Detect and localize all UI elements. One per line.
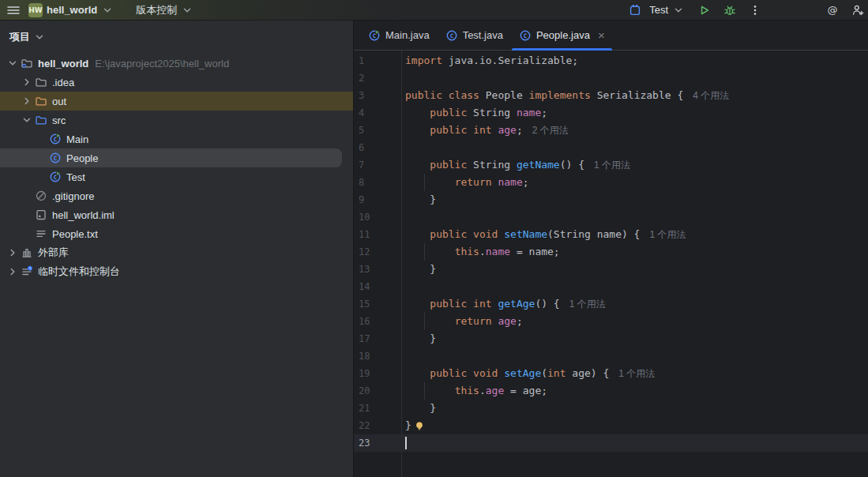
- tab-test-java[interactable]: CTest.java: [438, 21, 511, 50]
- usages-inlay-hint[interactable]: 4 个用法: [693, 87, 729, 104]
- code-line-2[interactable]: 2: [354, 69, 868, 87]
- code-text[interactable]: }: [401, 330, 436, 347]
- tree-item-project-root[interactable]: hell_worldE:\javaproject2025\hell_world: [0, 54, 353, 73]
- line-number[interactable]: 18: [354, 347, 401, 365]
- code-text[interactable]: this.age = age;: [401, 382, 547, 400]
- line-number[interactable]: 11: [354, 226, 401, 243]
- tree-item-iml-file[interactable]: hell_world.iml: [0, 205, 353, 224]
- line-number[interactable]: 19: [354, 365, 401, 382]
- code-text[interactable]: return name;: [401, 174, 529, 191]
- intention-lightbulb-icon[interactable]: [414, 420, 425, 432]
- code-text[interactable]: public class People implements Serializa…: [401, 87, 729, 104]
- code-line-4[interactable]: 4 public String name;: [354, 104, 868, 122]
- line-number[interactable]: 16: [354, 313, 401, 330]
- code-line-21[interactable]: 21 }: [354, 400, 868, 417]
- code-text[interactable]: }: [401, 417, 425, 434]
- line-number[interactable]: 14: [354, 278, 401, 295]
- debug-button[interactable]: [720, 2, 740, 19]
- code-line-5[interactable]: 5 public int age;2 个用法: [354, 122, 868, 139]
- usages-inlay-hint[interactable]: 1 个用法: [569, 295, 606, 313]
- tree-item-out-folder[interactable]: out: [0, 92, 353, 111]
- line-number[interactable]: 3: [354, 87, 401, 104]
- line-number[interactable]: 8: [354, 174, 401, 191]
- project-widget[interactable]: HW hell_world: [24, 2, 118, 19]
- code-line-13[interactable]: 13 }: [354, 261, 868, 278]
- hamburger-icon[interactable]: [3, 2, 24, 19]
- tree-item-scratches-consoles[interactable]: 临时文件和控制台: [0, 262, 353, 281]
- line-number[interactable]: 9: [354, 191, 401, 208]
- usages-inlay-hint[interactable]: 1 个用法: [594, 156, 630, 174]
- code-line-8[interactable]: 8 return name;: [354, 174, 868, 191]
- chevron-down-icon[interactable]: [6, 57, 19, 69]
- line-number[interactable]: 10: [354, 208, 401, 226]
- run-button[interactable]: [694, 2, 715, 19]
- line-number[interactable]: 13: [354, 261, 401, 278]
- code-line-16[interactable]: 16 return age;: [354, 313, 868, 330]
- vcs-widget[interactable]: 版本控制: [131, 2, 198, 19]
- code-line-6[interactable]: 6: [354, 139, 868, 156]
- tree-item-people-class[interactable]: CPeople: [0, 148, 342, 167]
- code-line-20[interactable]: 20 this.age = age;: [354, 382, 868, 400]
- code-line-15[interactable]: 15 public int getAge() {1 个用法: [354, 295, 868, 313]
- chevron-right-icon[interactable]: [6, 265, 19, 278]
- code-line-22[interactable]: 22}: [354, 417, 868, 434]
- run-configuration-widget[interactable]: Test: [620, 2, 690, 19]
- chevron-right-icon[interactable]: [6, 246, 19, 259]
- code-text[interactable]: import java.io.Serializable;: [401, 52, 578, 69]
- code-editor[interactable]: 1import java.io.Serializable;23public cl…: [354, 51, 868, 477]
- tree-item-src-folder[interactable]: src: [0, 111, 353, 130]
- project-panel-header[interactable]: 项目: [0, 21, 353, 54]
- line-number[interactable]: 5: [354, 122, 401, 139]
- code-line-10[interactable]: 10: [354, 208, 868, 226]
- code-line-19[interactable]: 19 public void setAge(int age) {1 个用法: [354, 365, 868, 382]
- line-number[interactable]: 22: [354, 417, 401, 434]
- code-text[interactable]: }: [401, 261, 436, 278]
- code-line-11[interactable]: 11 public void setName(String name) {1 个…: [354, 226, 868, 243]
- line-number[interactable]: 6: [354, 139, 401, 156]
- tree-item-external-libraries[interactable]: 外部库: [0, 243, 353, 262]
- tree-item-test-class[interactable]: CTest: [0, 167, 353, 186]
- code-text[interactable]: }: [401, 191, 436, 208]
- code-line-12[interactable]: 12 this.name = name;: [354, 243, 868, 261]
- tab-people-java[interactable]: CPeople.java×: [511, 21, 613, 50]
- tree-item-gitignore-file[interactable]: .gitignore: [0, 186, 353, 205]
- code-text[interactable]: public String getName() {1 个用法: [401, 156, 630, 174]
- code-text[interactable]: return age;: [401, 313, 523, 330]
- code-text[interactable]: public int getAge() {1 个用法: [401, 295, 606, 313]
- usages-inlay-hint[interactable]: 1 个用法: [618, 365, 655, 382]
- tree-item-idea-folder[interactable]: .idea: [0, 73, 353, 92]
- line-number[interactable]: 17: [354, 330, 401, 347]
- tab-main-java[interactable]: CMain.java: [360, 21, 438, 50]
- close-tab-icon[interactable]: ×: [598, 29, 605, 41]
- more-actions-icon[interactable]: [745, 2, 765, 19]
- code-text[interactable]: public int age;2 个用法: [401, 122, 569, 139]
- line-number[interactable]: 12: [354, 243, 401, 261]
- line-number[interactable]: 21: [354, 400, 401, 417]
- code-line-9[interactable]: 9 }: [354, 191, 868, 208]
- line-number[interactable]: 4: [354, 104, 401, 122]
- code-text[interactable]: public void setAge(int age) {1 个用法: [401, 365, 655, 382]
- code-line-18[interactable]: 18: [354, 347, 868, 365]
- code-text[interactable]: public void setName(String name) {1 个用法: [401, 226, 686, 243]
- code-line-23[interactable]: 23: [354, 434, 868, 452]
- code-line-14[interactable]: 14: [354, 278, 868, 295]
- chevron-right-icon[interactable]: [21, 95, 33, 107]
- tree-item-main-class[interactable]: CMain: [0, 130, 353, 148]
- code-text[interactable]: [401, 437, 407, 449]
- usages-inlay-hint[interactable]: 2 个用法: [532, 122, 569, 139]
- line-number[interactable]: 20: [354, 382, 401, 400]
- code-line-7[interactable]: 7 public String getName() {1 个用法: [354, 156, 868, 174]
- add-user-icon[interactable]: [847, 2, 868, 19]
- chevron-right-icon[interactable]: [21, 76, 33, 88]
- line-number[interactable]: 23: [354, 434, 401, 452]
- code-text[interactable]: }: [401, 400, 436, 417]
- line-number[interactable]: 2: [354, 69, 401, 87]
- at-spiral-icon[interactable]: @: [822, 2, 843, 19]
- line-number[interactable]: 7: [354, 156, 401, 174]
- code-line-1[interactable]: 1import java.io.Serializable;: [354, 52, 868, 69]
- code-text[interactable]: public String name;: [401, 104, 547, 122]
- usages-inlay-hint[interactable]: 1 个用法: [649, 226, 686, 243]
- tree-item-people-txt[interactable]: People.txt: [0, 224, 353, 243]
- code-text[interactable]: this.name = name;: [401, 243, 560, 261]
- code-line-17[interactable]: 17 }: [354, 330, 868, 347]
